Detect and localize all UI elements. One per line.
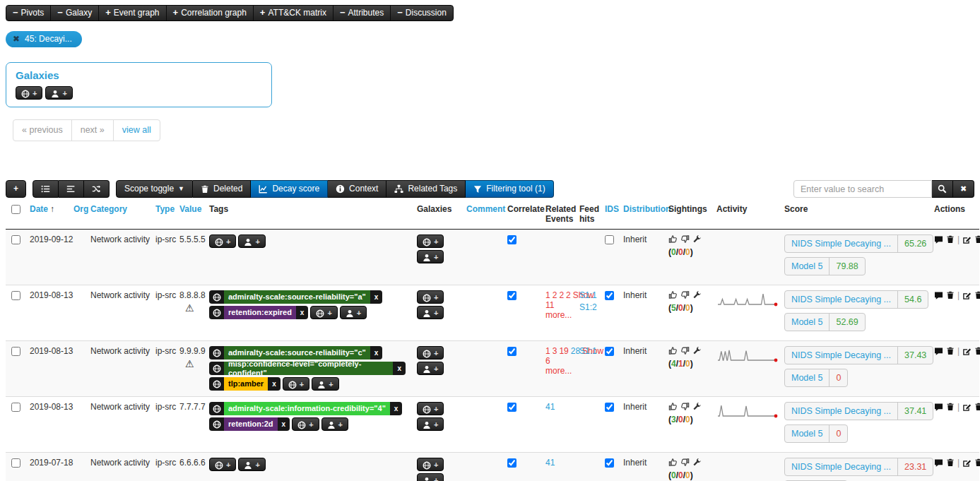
row-select-checkbox[interactable]	[11, 458, 20, 468]
nav-tab-pivots[interactable]: −Pivots	[6, 6, 50, 20]
edit-icon[interactable]	[962, 347, 972, 356]
scope-toggle-button[interactable]: Scope toggle▼	[116, 180, 193, 198]
feed-hit-link[interactable]: S1:2	[579, 302, 594, 312]
col-type[interactable]: Type	[155, 204, 175, 214]
attribute-tag[interactable]: retention:2dx	[209, 417, 290, 431]
thumbs-up-icon[interactable]	[668, 346, 678, 355]
delete-icon[interactable]	[974, 291, 980, 299]
add-tag-button[interactable]: +	[209, 458, 236, 471]
soft-delete-icon[interactable]	[946, 403, 955, 411]
soft-delete-icon[interactable]	[946, 458, 955, 467]
ids-checkbox[interactable]	[605, 347, 614, 356]
decay-model-name[interactable]: Model 5	[785, 369, 829, 386]
soft-delete-icon[interactable]	[946, 291, 955, 299]
related-event-link[interactable]: 19	[559, 346, 568, 356]
decay-model-name[interactable]: Model 5	[785, 425, 829, 442]
decay-score-badge[interactable]: NIDS Simple Decaying ...23.31	[784, 458, 933, 476]
comment-action-icon[interactable]	[934, 458, 943, 468]
col-value[interactable]: Value	[179, 204, 201, 214]
decay-model-filter-pill[interactable]: ✖ 45: Decayi...	[6, 31, 82, 47]
clear-search-button[interactable]: ✖	[953, 180, 974, 198]
add-attribute-button[interactable]: +	[6, 180, 26, 198]
filtering-tool-button[interactable]: Filtering tool (1)	[466, 180, 553, 198]
add-galaxy-button[interactable]: +	[417, 290, 444, 304]
deleted-button[interactable]: Deleted	[193, 180, 251, 198]
add-galaxy-button[interactable]: +	[417, 346, 444, 360]
comment-action-icon[interactable]	[934, 347, 943, 356]
related-event-link[interactable]: 41	[545, 402, 555, 412]
wrench-icon[interactable]	[692, 346, 702, 355]
remove-tag-icon[interactable]: x	[390, 405, 403, 412]
decay-score-badge[interactable]: Model 579.88	[784, 257, 866, 275]
view-all-button[interactable]: view all	[113, 119, 160, 141]
decay-score-badge[interactable]: Model 50	[784, 369, 848, 387]
decay-score-badge[interactable]: NIDS Simple Decaying ...65.26	[784, 234, 933, 253]
thumbs-down-icon[interactable]	[680, 346, 690, 355]
correlate-checkbox[interactable]	[507, 347, 516, 356]
feed-hit-link[interactable]: S1:1	[579, 346, 594, 356]
decay-score-button[interactable]: Decay score	[251, 180, 328, 198]
next-page-button[interactable]: next »	[71, 119, 114, 141]
decay-score-badge[interactable]: Model 552.69	[784, 313, 866, 331]
related-event-link[interactable]: 2	[559, 290, 564, 300]
wrench-icon[interactable]	[692, 458, 702, 467]
decay-model-name[interactable]: NIDS Simple Decaying ...	[785, 291, 897, 308]
context-button[interactable]: Context	[328, 180, 386, 198]
comment-action-icon[interactable]	[934, 403, 943, 412]
row-select-checkbox[interactable]	[11, 291, 20, 300]
row-select-checkbox[interactable]	[11, 347, 20, 356]
decay-score-badge[interactable]: NIDS Simple Decaying ...37.41	[784, 402, 933, 420]
add-galaxy-button[interactable]: +	[16, 86, 42, 100]
ids-checkbox[interactable]	[605, 403, 614, 412]
delete-icon[interactable]	[974, 347, 980, 355]
remove-tag-icon[interactable]: x	[393, 364, 406, 372]
add-local-galaxy-button[interactable]: +	[417, 306, 444, 319]
add-local-tag-button[interactable]: +	[238, 234, 265, 248]
add-galaxy-button[interactable]: +	[417, 234, 444, 248]
correlate-checkbox[interactable]	[507, 403, 516, 412]
wrench-icon[interactable]	[692, 234, 702, 244]
close-icon[interactable]: ✖	[13, 34, 20, 44]
attribute-tag[interactable]: admiralty-scale:source-reliability="a"x	[209, 290, 382, 304]
nav-tab-correlation-graph[interactable]: +Correlation graph	[166, 6, 253, 20]
delete-icon[interactable]	[974, 235, 980, 244]
search-input[interactable]	[793, 180, 932, 198]
edit-icon[interactable]	[962, 458, 972, 468]
related-event-link[interactable]: 2	[566, 290, 571, 300]
nav-tab-galaxy[interactable]: −Galaxy	[50, 6, 98, 20]
add-local-tag-button[interactable]: +	[312, 377, 338, 391]
add-local-galaxy-button[interactable]: +	[45, 86, 72, 100]
remove-tag-icon[interactable]: x	[370, 349, 383, 357]
soft-delete-icon[interactable]	[946, 235, 955, 244]
add-local-galaxy-button[interactable]: +	[417, 417, 444, 431]
add-local-galaxy-button[interactable]: +	[417, 362, 444, 375]
comment-action-icon[interactable]	[934, 291, 943, 300]
thumbs-up-icon[interactable]	[668, 402, 678, 411]
related-tags-button[interactable]: Related Tags	[386, 180, 466, 198]
previous-page-button[interactable]: « previous	[13, 119, 72, 141]
decay-model-name[interactable]: NIDS Simple Decaying ...	[785, 235, 897, 252]
align-view-button[interactable]	[59, 180, 84, 198]
remove-tag-icon[interactable]: x	[278, 420, 290, 428]
add-tag-button[interactable]: +	[209, 234, 236, 248]
attribute-tag[interactable]: admiralty-scale:source-reliability="c"x	[209, 346, 382, 360]
decay-model-name[interactable]: NIDS Simple Decaying ...	[785, 403, 897, 420]
related-event-link[interactable]: 2	[553, 290, 557, 300]
edit-icon[interactable]	[962, 235, 972, 244]
nav-tab-attributes[interactable]: −Attributes	[333, 6, 390, 20]
col-distribution[interactable]: Distribution	[623, 204, 671, 214]
related-event-link[interactable]: 1	[545, 290, 550, 300]
nav-tab-event-graph[interactable]: +Event graph	[98, 6, 165, 20]
decay-score-badge[interactable]: NIDS Simple Decaying ...54.6	[784, 290, 928, 309]
nav-tab-att-ck-matrix[interactable]: +ATT&CK matrix	[253, 6, 333, 20]
add-tag-button[interactable]: +	[283, 377, 309, 391]
ids-checkbox[interactable]	[605, 291, 614, 300]
thumbs-down-icon[interactable]	[680, 458, 690, 467]
thumbs-down-icon[interactable]	[680, 290, 690, 299]
add-local-tag-button[interactable]: +	[340, 306, 367, 319]
delete-icon[interactable]	[974, 458, 980, 467]
decay-model-name[interactable]: Model 5	[785, 314, 829, 331]
thumbs-up-icon[interactable]	[668, 458, 678, 467]
edit-icon[interactable]	[962, 403, 972, 412]
search-button[interactable]	[932, 180, 953, 198]
